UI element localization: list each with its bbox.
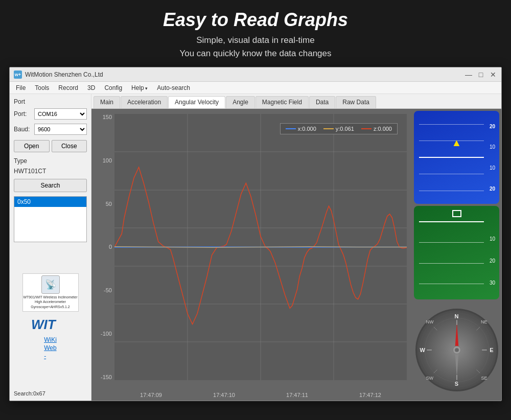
blue-line-center — [419, 157, 484, 158]
compass-w-label: W — [420, 347, 425, 353]
baud-label: Baud: — [14, 126, 32, 133]
menu-record[interactable]: Record — [54, 83, 82, 92]
menu-3d[interactable]: 3D — [83, 83, 99, 92]
legend-y-label: y:0.061 — [336, 126, 354, 132]
y-label-n150: -150 — [101, 374, 112, 380]
dash-link[interactable]: - — [44, 353, 57, 360]
graph-area: 150 100 50 0 -50 -100 -150 — [91, 109, 501, 401]
legend-x-label: x:0.000 — [298, 126, 316, 132]
compass-container: N S E W NE SW SE NW — [414, 301, 499, 399]
search-button[interactable]: Search — [14, 179, 87, 192]
green-line-3 — [419, 263, 484, 264]
legend-x-line — [286, 128, 296, 129]
y-axis: 150 100 50 0 -50 -100 -150 — [91, 114, 114, 380]
header-section: Easy to Read Graphs Simple, visual data … — [0, 0, 511, 67]
tab-data[interactable]: Data — [309, 96, 335, 108]
y-label-100: 100 — [103, 157, 112, 164]
legend-y: y:0.061 — [323, 126, 354, 132]
device-list-item[interactable]: 0x50 — [14, 197, 86, 207]
window-controls: ― □ ✕ — [464, 71, 497, 79]
blue-line-5 — [419, 191, 484, 191]
x-label-1: 17:47:09 — [140, 392, 162, 398]
legend-y-line — [323, 128, 334, 129]
blue-scale-20-bot: 20 — [490, 186, 495, 192]
blue-line-4 — [419, 174, 484, 174]
compass-e-label: E — [490, 347, 493, 353]
compass-se-label: SE — [481, 376, 487, 381]
close-button-sidebar[interactable]: Close — [52, 140, 87, 152]
y-label-0: 0 — [109, 244, 112, 250]
open-close-buttons: Open Close — [14, 140, 87, 152]
right-panel: Main Acceleration Angular Velocity Angle… — [91, 94, 501, 401]
svg-text:WIT: WIT — [31, 317, 57, 332]
device-image: 📡 WT901/WIT Wireless Inclinometer High A… — [22, 273, 79, 312]
tab-angular-velocity[interactable]: Angular Velocity — [168, 96, 225, 108]
device-list: 0x50 — [14, 196, 87, 242]
wiki-link[interactable]: WiKi — [44, 336, 57, 343]
legend-z: z:0.000 — [361, 126, 392, 132]
menu-tools[interactable]: Tools — [31, 83, 53, 92]
x-label-3: 17:47:11 — [286, 392, 308, 398]
blue-arrow-indicator: ▲ — [452, 137, 462, 149]
web-link[interactable]: Web — [44, 344, 57, 352]
tab-acceleration[interactable]: Acceleration — [121, 96, 168, 108]
chart-inner: x:0.000 y:0.061 z:0.000 — [114, 114, 407, 380]
subtitle-line1: Simple, visual data in real-time — [196, 35, 314, 45]
y-label-150: 150 — [103, 114, 112, 120]
tab-angle[interactable]: Angle — [226, 96, 255, 108]
minimize-button[interactable]: ― — [464, 71, 473, 79]
subtitle-line2: You can quickly know the data changes — [179, 49, 331, 58]
tab-raw-data[interactable]: Raw Data — [336, 96, 376, 108]
y-label-50: 50 — [106, 201, 112, 207]
main-content: Port Port: COM16 Baud: 9600 Open Close T… — [10, 94, 501, 401]
type-label: Type — [14, 157, 87, 165]
header-subtitle: Simple, visual data in real-time You can… — [10, 34, 501, 60]
green-scale-20: 20 — [490, 258, 495, 264]
sidebar: Port Port: COM16 Baud: 9600 Open Close T… — [10, 94, 91, 401]
baud-select[interactable]: 9600 — [34, 124, 87, 135]
blue-scale-10-bot: 10 — [490, 165, 495, 171]
device-type: HWT101CT — [14, 168, 87, 175]
tab-bar: Main Acceleration Angular Velocity Angle… — [91, 94, 501, 109]
port-select[interactable]: COM16 — [34, 108, 87, 120]
chart-container: 150 100 50 0 -50 -100 -150 — [91, 109, 412, 401]
compass-ne-label: NE — [481, 319, 487, 324]
logo-area: 📡 WT901/WIT Wireless Inclinometer High A… — [14, 273, 87, 360]
device-image-inner: 📡 WT901/WIT Wireless Inclinometer High A… — [23, 275, 78, 309]
wit-logo: WIT — [30, 317, 71, 334]
y-label-n50: -50 — [104, 287, 112, 293]
green-line-4 — [419, 284, 484, 284]
x-label-2: 17:47:10 — [213, 392, 235, 398]
open-button[interactable]: Open — [14, 140, 50, 152]
green-line-center — [419, 221, 484, 222]
menu-file[interactable]: File — [12, 83, 30, 92]
header-title: Easy to Read Graphs — [10, 9, 501, 31]
sidebar-links: WiKi Web - — [44, 336, 57, 360]
instruments-panel: 20 10 10 20 — [412, 109, 501, 401]
app-logo-icon: w+ — [14, 71, 22, 79]
menu-config[interactable]: Config — [100, 83, 126, 92]
title-bar: w+ WitMotion Shenzhen Co.,Ltd ― □ ✕ — [10, 67, 501, 82]
app-window: w+ WitMotion Shenzhen Co.,Ltd ― □ ✕ File… — [9, 67, 502, 401]
close-button[interactable]: ✕ — [489, 71, 497, 79]
tab-magnetic-field[interactable]: Magnetic Field — [256, 96, 309, 108]
device-icon: 📡 — [41, 275, 60, 294]
search-status: Search:0x67 — [14, 390, 87, 396]
chart-legend: x:0.000 y:0.061 z:0.000 — [280, 123, 398, 134]
x-label-4: 17:47:12 — [359, 392, 381, 398]
compass-s-label: S — [455, 381, 458, 387]
legend-z-label: z:0.000 — [374, 126, 392, 132]
window-title: WitMotion Shenzhen Co.,Ltd — [25, 71, 464, 78]
green-scale-10: 10 — [490, 236, 495, 242]
blue-inclinometer: 20 10 10 20 — [414, 111, 499, 204]
tab-main[interactable]: Main — [94, 96, 120, 108]
svg-point-16 — [455, 348, 459, 352]
green-line-2 — [419, 242, 484, 243]
green-inclinometer: 10 20 30 — [414, 206, 499, 299]
menu-help[interactable]: Help — [127, 83, 152, 92]
maximize-button[interactable]: □ — [477, 71, 485, 79]
wit-logo-svg: WIT — [30, 317, 71, 332]
port-section-label: Port — [14, 98, 87, 105]
menu-autosearch[interactable]: Auto-search — [153, 83, 194, 92]
port-row: Port: COM16 — [14, 108, 87, 120]
